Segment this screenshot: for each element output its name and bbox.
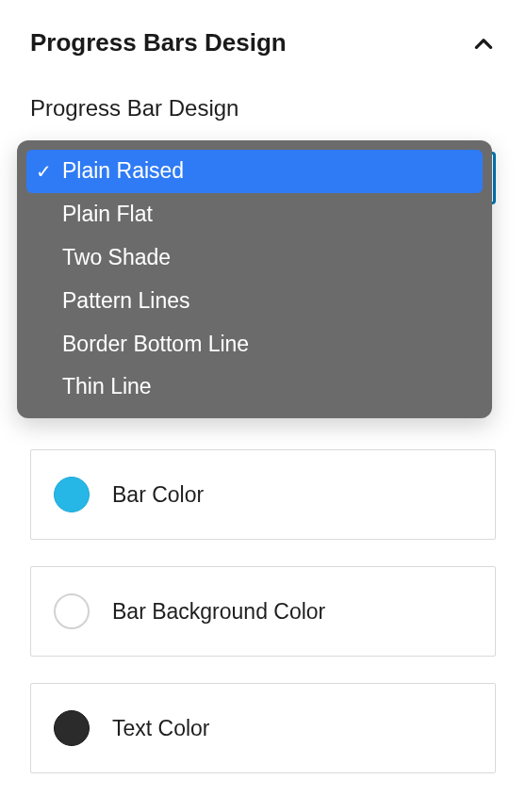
dropdown-option-plain-flat[interactable]: Plain Flat — [26, 193, 483, 236]
dropdown-option-two-shade[interactable]: Two Shade — [26, 236, 483, 280]
bar-background-color-row[interactable]: Bar Background Color — [30, 566, 496, 657]
dropdown-option-label: Two Shade — [62, 244, 171, 272]
bar-background-color-swatch[interactable] — [54, 593, 90, 629]
dropdown-option-label: Pattern Lines — [62, 287, 190, 316]
panel-header[interactable]: Progress Bars Design — [30, 9, 496, 95]
bar-color-row[interactable]: Bar Color — [30, 449, 496, 540]
dropdown-option-label: Plain Flat — [62, 201, 153, 229]
text-color-row[interactable]: Text Color — [30, 683, 496, 773]
design-select-label: Progress Bar Design — [30, 95, 496, 122]
check-icon: ✓ — [36, 159, 62, 184]
dropdown-option-label: Thin Line — [62, 373, 152, 401]
text-color-label: Text Color — [112, 716, 210, 741]
bar-background-color-label: Bar Background Color — [112, 599, 325, 625]
dropdown-option-label: Border Bottom Line — [62, 331, 249, 359]
bar-color-swatch[interactable] — [54, 477, 90, 512]
dropdown-option-pattern-lines[interactable]: Pattern Lines — [26, 280, 483, 323]
chevron-up-icon — [471, 31, 496, 56]
bar-color-label: Bar Color — [112, 482, 204, 508]
text-color-swatch[interactable] — [54, 710, 90, 746]
design-select-dropdown[interactable]: ✓ Plain Raised Plain Flat Two Shade Patt… — [17, 140, 492, 418]
dropdown-option-plain-raised[interactable]: ✓ Plain Raised — [26, 150, 483, 193]
dropdown-option-label: Plain Raised — [62, 157, 184, 186]
dropdown-option-border-bottom-line[interactable]: Border Bottom Line — [26, 323, 483, 366]
panel-title: Progress Bars Design — [30, 28, 287, 57]
dropdown-option-thin-line[interactable]: Thin Line — [26, 365, 483, 409]
